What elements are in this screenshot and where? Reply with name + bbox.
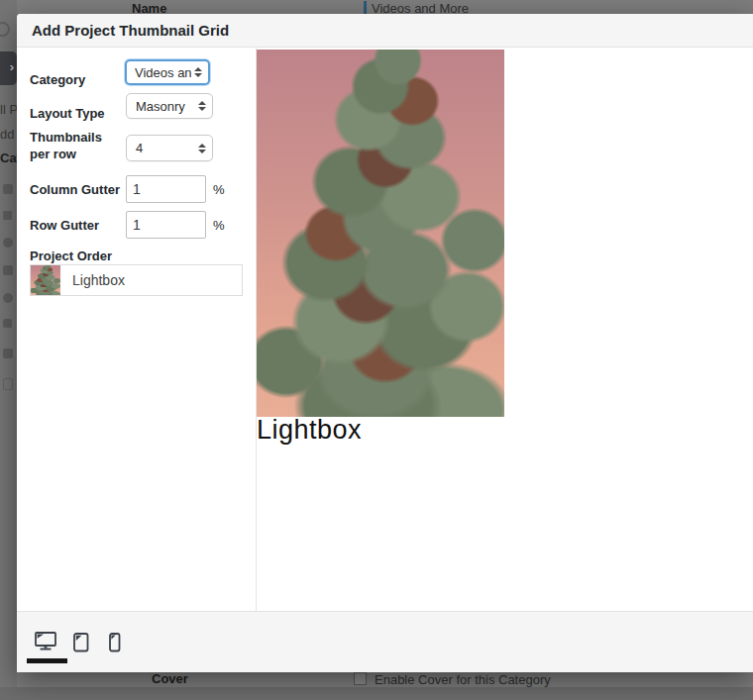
category-label: Category <box>30 72 85 87</box>
up-down-stepper-icon <box>198 101 206 111</box>
bg-footer-strip <box>0 687 753 700</box>
project-order-label: Project Order <box>30 249 112 263</box>
up-down-stepper-icon <box>194 67 202 77</box>
add-project-thumbnail-grid-modal: Add Project Thumbnail Grid Category Vide… <box>17 14 753 672</box>
chevron-right-icon: › <box>10 59 14 74</box>
screen: Name Videos and More › ll P dd Cat Cover… <box>0 0 753 700</box>
desktop-preview-button[interactable] <box>35 632 56 655</box>
thumbnails-per-row-label-line1: Thumbnails <box>30 130 102 145</box>
row-gutter-input[interactable] <box>126 211 206 239</box>
bg-menu-icon <box>3 265 13 275</box>
thumbnails-per-row-select-value: 4 <box>136 141 143 155</box>
thumbnails-per-row-select[interactable]: 4 <box>126 135 213 161</box>
project-thumbnail-image <box>31 265 60 295</box>
row-gutter-label: Row Gutter <box>30 218 99 233</box>
bg-menu-icon <box>3 238 13 248</box>
modal-title: Add Project Thumbnail Grid <box>32 14 229 48</box>
bg-submenu-all-projects: ll P <box>0 102 18 117</box>
layout-type-label: Layout Type <box>30 106 105 121</box>
tablet-icon <box>73 633 89 652</box>
bg-admin-sidebar: › ll P dd Cat <box>0 0 17 700</box>
bg-cover-checkbox-label: Enable Cover for this Category <box>375 672 551 687</box>
column-gutter-input[interactable] <box>126 175 206 203</box>
category-select-value: Videos and <box>135 65 191 80</box>
bg-menu-icon <box>3 293 13 303</box>
layout-type-select[interactable]: Masonry <box>126 93 213 119</box>
bg-avatar-icon <box>0 22 10 37</box>
bg-menu-icon <box>3 349 13 358</box>
thumbnails-per-row-label-line2: per row <box>30 147 76 161</box>
category-select[interactable]: Videos and <box>125 59 210 85</box>
preview-project-image <box>257 50 504 417</box>
bg-menu-icon <box>3 319 12 328</box>
preview-project-title: Lightbox <box>257 415 362 446</box>
bg-menu-icon <box>3 211 12 220</box>
bg-menu-icon <box>3 378 13 390</box>
project-order-item-title: Lightbox <box>72 272 125 288</box>
bg-cover-checkbox <box>354 672 367 685</box>
bg-cover-label: Cover <box>152 671 188 686</box>
bg-current-menu-item: › <box>0 51 17 85</box>
mobile-icon <box>109 633 121 652</box>
modal-header: Add Project Thumbnail Grid <box>17 14 753 48</box>
column-gutter-label: Column Gutter <box>30 182 120 197</box>
modal-footer <box>17 611 753 672</box>
bg-submenu-add-new: dd <box>0 127 14 142</box>
column-gutter-unit: % <box>213 182 225 197</box>
row-gutter-unit: % <box>213 218 225 233</box>
bg-menu-icon <box>3 184 13 194</box>
layout-type-select-value: Masonry <box>136 99 185 114</box>
selected-device-indicator <box>27 658 67 663</box>
bg-row-accent-bar <box>364 1 367 14</box>
desktop-icon <box>35 632 56 651</box>
mobile-preview-button[interactable] <box>109 633 121 656</box>
tablet-preview-button[interactable] <box>73 633 89 656</box>
up-down-stepper-icon <box>198 144 206 153</box>
project-order-item[interactable]: Lightbox <box>30 264 243 296</box>
